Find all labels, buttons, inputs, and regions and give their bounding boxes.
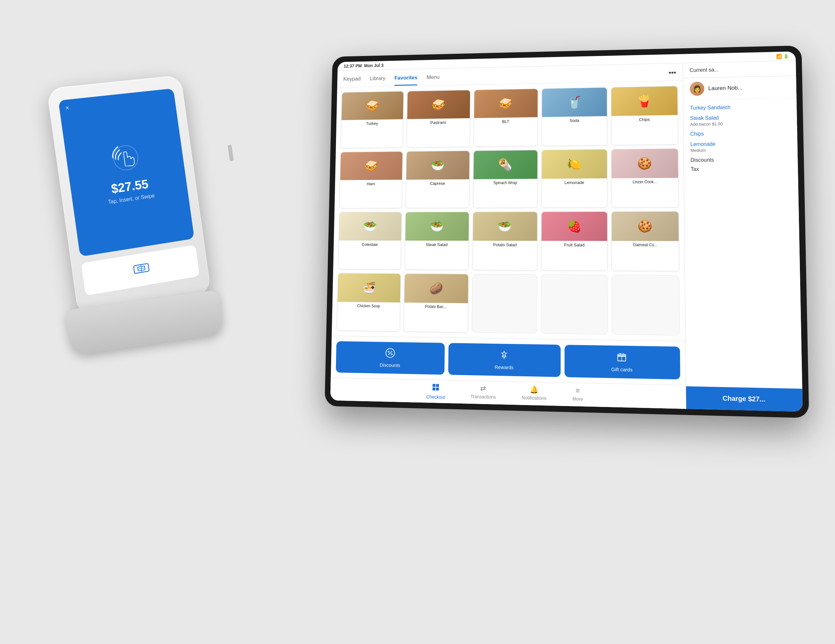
- tab-menu[interactable]: Menu: [427, 74, 440, 85]
- soda-label: Soda: [542, 116, 607, 125]
- contactless-icon: [104, 138, 147, 176]
- spinach-wrap-image: 🌯: [474, 150, 538, 179]
- potato-salad-image: 🥗: [473, 212, 537, 241]
- nav-transactions[interactable]: ⇄ Transactions: [470, 384, 496, 401]
- status-icons: 📶 🔋: [776, 54, 789, 59]
- chicken-soup-image: 🍜: [338, 273, 400, 302]
- menu-item-steak-salad[interactable]: 🥗 Steak Salad: [405, 212, 469, 270]
- coleslaw-image: 🥗: [339, 212, 401, 240]
- coleslaw-label: Coleslaw: [339, 240, 401, 248]
- checkout-label: Checkout: [426, 394, 445, 400]
- nav-more[interactable]: ≡ More: [572, 386, 583, 403]
- svg-point-9: [388, 351, 389, 352]
- order-item-chips[interactable]: Chips: [690, 130, 791, 137]
- gift-cards-button[interactable]: Gift cards: [564, 345, 681, 380]
- menu-item-ham[interactable]: 🥪 Ham: [339, 151, 403, 208]
- menu-item-turkey[interactable]: 🥪 Turkey: [341, 91, 404, 148]
- steak-salad-detail: Add bacon $1.00: [690, 120, 790, 127]
- tablet-screen: 12:37 PM Mon Jul 3 📶 🔋 Keypad Library Fa…: [330, 52, 803, 412]
- chips-label: Chips: [611, 115, 677, 124]
- right-panel: Current sa... 👩 Lauren Nob... Turkey San…: [682, 61, 803, 412]
- more-label: More: [572, 396, 583, 402]
- menu-item-potato-salad[interactable]: 🥗 Potato Salad: [472, 212, 538, 270]
- discounts-label: Discounts: [380, 362, 400, 368]
- order-items-list: Turkey Sandwich Steak Salad Add bacon $1…: [683, 98, 802, 389]
- gift-cards-label: Gift cards: [611, 367, 632, 373]
- menu-item-fruit-salad[interactable]: 🍓 Fruit Salad: [541, 212, 608, 271]
- nav-notifications[interactable]: 🔔 Notifications: [521, 385, 546, 402]
- lemonade-image: 🍋: [542, 149, 607, 179]
- chips-order-name: Chips: [690, 130, 791, 137]
- spinach-wrap-label: Spinach Wrap: [473, 179, 537, 187]
- status-time: 12:37 PM Mon Jul 3: [344, 63, 384, 68]
- more-icon: ≡: [576, 386, 580, 395]
- empty-slot-1: [472, 274, 537, 334]
- rewards-icon: [499, 350, 509, 363]
- empty-slot-2: [541, 274, 608, 334]
- reader-side-button[interactable]: [228, 144, 234, 161]
- lemonade-label: Lemonade: [542, 178, 607, 187]
- menu-item-soda[interactable]: 🥤 Soda: [541, 87, 607, 146]
- reader-body: × $: [46, 75, 211, 317]
- tab-keypad[interactable]: Keypad: [343, 76, 361, 87]
- card-reader: × $: [63, 81, 231, 344]
- tab-library[interactable]: Library: [369, 75, 385, 86]
- menu-item-oatmeal[interactable]: 🍪 Oatmeal Co...: [611, 211, 679, 271]
- steak-salad-name: Steak Salad: [690, 114, 790, 122]
- turkey-image: 🥪: [341, 91, 403, 120]
- checkout-icon: [432, 383, 440, 393]
- potato-bac-image: 🥔: [404, 274, 468, 303]
- soda-image: 🥤: [542, 88, 607, 117]
- ham-label: Ham: [340, 180, 402, 188]
- current-sale-header: Current sa...: [683, 61, 796, 78]
- nav-checkout[interactable]: Checkout: [426, 383, 445, 400]
- order-item-lemonade[interactable]: Lemonade Medium: [690, 140, 791, 153]
- chip-icon: [132, 260, 151, 279]
- tab-favorites[interactable]: Favorites: [394, 75, 418, 86]
- linzer-label: Linzer Cook...: [612, 178, 678, 186]
- turkey-sandwich-name: Turkey Sandwich: [690, 104, 790, 111]
- menu-item-lemonade[interactable]: 🍋 Lemonade: [541, 149, 608, 208]
- tablet: 12:37 PM Mon Jul 3 📶 🔋 Keypad Library Fa…: [325, 45, 809, 418]
- customer-row[interactable]: 👩 Lauren Nob...: [683, 76, 797, 100]
- menu-item-spinach-wrap[interactable]: 🌯 Spinach Wrap: [473, 150, 538, 208]
- menu-item-chips[interactable]: 🍟 Chips: [611, 86, 678, 145]
- menu-item-coleslaw[interactable]: 🥗 Coleslaw: [338, 212, 402, 269]
- notifications-label: Notifications: [521, 395, 546, 401]
- customer-avatar: 👩: [690, 81, 704, 96]
- svg-rect-14: [433, 384, 435, 387]
- lemonade-order-name: Lemonade: [690, 140, 791, 148]
- main-area: Keypad Library Favorites Menu ••• 🥪 Turk…: [330, 61, 803, 412]
- menu-item-potato-bac[interactable]: 🥔 Potato Bac...: [404, 273, 468, 333]
- discounts-icon: [385, 348, 395, 360]
- ham-image: 🥪: [340, 152, 402, 180]
- menu-item-pastrami[interactable]: 🥪 Pastrami: [406, 90, 470, 148]
- transactions-icon: ⇄: [480, 384, 486, 393]
- empty-slot-3: [612, 275, 680, 336]
- fruit-salad-image: 🍓: [541, 212, 607, 241]
- pastrami-image: 🥪: [407, 90, 470, 119]
- order-item-steak-salad[interactable]: Steak Salad Add bacon $1.00: [690, 114, 790, 127]
- svg-rect-17: [436, 388, 439, 391]
- menu-item-caprese[interactable]: 🥗 Caprese: [406, 150, 469, 208]
- blt-label: BLT: [474, 117, 538, 126]
- order-item-turkey-sandwich[interactable]: Turkey Sandwich: [690, 104, 790, 111]
- menu-item-blt[interactable]: 🥪 BLT: [474, 89, 538, 146]
- potato-salad-label: Potato Salad: [473, 241, 537, 249]
- close-icon[interactable]: ×: [65, 104, 70, 112]
- action-buttons: Discounts Rewards: [331, 336, 686, 385]
- left-panel: Keypad Library Favorites Menu ••• 🥪 Turk…: [330, 63, 686, 409]
- rewards-button[interactable]: Rewards: [448, 343, 560, 377]
- customer-name: Lauren Nob...: [708, 85, 742, 92]
- charge-button[interactable]: Charge $27...: [686, 386, 803, 412]
- menu-item-linzer[interactable]: 🍪 Linzer Cook...: [611, 148, 678, 208]
- svg-line-8: [388, 351, 392, 355]
- menu-item-chicken-soup[interactable]: 🍜 Chicken Soup: [337, 273, 401, 332]
- linzer-image: 🍪: [611, 148, 678, 178]
- discounts-button[interactable]: Discounts: [336, 341, 445, 375]
- oatmeal-label: Oatmeal Co...: [612, 241, 679, 249]
- tabs-more-button[interactable]: •••: [668, 68, 676, 81]
- discounts-section: Discounts: [690, 156, 791, 163]
- chips-image: 🍟: [611, 86, 677, 116]
- rewards-label: Rewards: [494, 364, 513, 370]
